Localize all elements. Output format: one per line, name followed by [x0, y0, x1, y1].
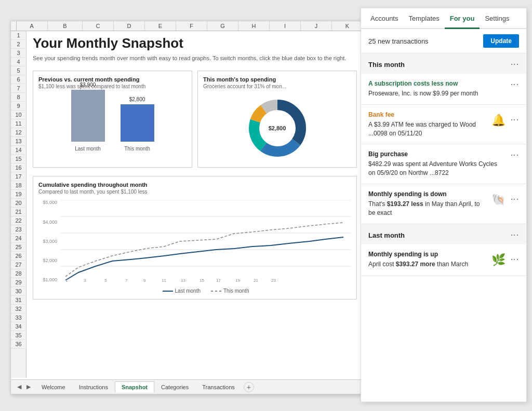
col-E: E — [145, 21, 176, 31]
notification-text: 25 new transactions — [368, 37, 429, 45]
tab-nav-prev[interactable]: ◀ — [15, 382, 23, 391]
tab-navigation[interactable]: ◀ ▶ — [15, 382, 33, 391]
y-label-2000: $2,000 — [38, 258, 57, 263]
bar-this-value: $2,800 — [129, 97, 145, 102]
col-headers: A B C D E F G H I J K — [11, 21, 363, 31]
excel-container: A B C D E F G H I J K 1 2 3 4 5 6 7 8 9 … — [10, 21, 364, 394]
bar-last-month: $3,900 Last month — [71, 82, 105, 152]
this-month-title: This month — [368, 61, 405, 68]
svg-text:5: 5 — [104, 278, 107, 283]
card-spending-down-menu-icon[interactable]: ⋮ — [510, 195, 520, 204]
svg-text:1: 1 — [65, 278, 68, 283]
col-C: C — [83, 21, 114, 31]
card-spending-down-right: 🐚 ⋮ — [489, 190, 519, 209]
shell-icon: 🐚 — [489, 190, 508, 209]
legend-last-label: Last month — [175, 288, 201, 294]
tab-welcome[interactable]: Welcome — [35, 381, 72, 393]
card-bank-fee-desc: A $3.99 ATM fee was charged to Wood ...0… — [368, 120, 485, 138]
donut-chart-subtitle: Groceries account for 31% of mon... — [203, 84, 351, 89]
panel-nav: Accounts Templates For you Settings — [361, 8, 526, 29]
card-subscription-category: A subscription costs less now — [368, 80, 506, 87]
card-subscription-menu-icon[interactable]: ⋮ — [510, 80, 520, 90]
card-bank-fee-content: Bank fee A $3.99 ATM fee was charged to … — [368, 111, 485, 138]
card-bank-fee-category: Bank fee — [368, 111, 485, 118]
bar-chart-title: Previous vs. current month spending — [38, 76, 187, 83]
card-bank-fee-menu-icon[interactable]: ⋮ — [510, 116, 520, 125]
tab-templates[interactable]: Templates — [403, 8, 444, 29]
card-big-purchase-category: Big purchase — [368, 150, 506, 158]
row-numbers: 1 2 3 4 5 6 7 8 9 10 11 12 13 14 15 16 1… — [11, 31, 26, 378]
card-big-purchase: Big purchase $482.29 was spent at Advent… — [361, 144, 526, 184]
right-panel: Accounts Templates For you Settings 25 n… — [361, 8, 527, 402]
line-chart-svg-container: 1 3 5 7 9 11 13 15 17 19 21 23 — [60, 200, 351, 294]
svg-text:13: 13 — [181, 278, 185, 283]
card-spending-down-category: Monthly spending is down — [368, 190, 485, 198]
card-spending-up-desc: April cost $393.27 more than March — [368, 260, 485, 269]
col-D: D — [114, 21, 145, 31]
card-spending-down: Monthly spending is down That's $193.27 … — [361, 184, 526, 224]
cumulative-title: Cumulative spending throughout month — [38, 182, 351, 188]
add-tab-button[interactable]: + — [244, 382, 254, 392]
tab-instructions[interactable]: Instructions — [72, 381, 115, 393]
svg-text:21: 21 — [254, 278, 258, 283]
sheet-title: Your Monthly Snapshot — [33, 35, 357, 51]
charts-row: Previous vs. current month spending $1,1… — [33, 71, 357, 168]
svg-text:7: 7 — [125, 278, 128, 283]
bar-last-value: $3,900 — [80, 82, 96, 88]
card-bank-fee-right: 🔔 ⋮ — [489, 111, 519, 130]
cumulative-chart-area: $5,000 $4,000 $3,000 $2,000 $1,000 — [38, 200, 351, 294]
donut-chart-box: This month's top spending Groceries acco… — [197, 71, 357, 168]
donut-chart-title: This month's top spending — [203, 76, 351, 83]
col-H: H — [238, 21, 270, 31]
line-chart-svg: 1 3 5 7 9 11 13 15 17 19 21 23 — [60, 200, 351, 283]
card-spending-up-menu-icon[interactable]: ⋮ — [510, 255, 520, 265]
last-month-menu-icon[interactable]: ⋮ — [510, 230, 520, 240]
y-label-4000: $4,000 — [38, 220, 57, 225]
col-G: G — [207, 21, 238, 31]
col-A: A — [17, 21, 48, 31]
y-label-5000: $5,000 — [38, 200, 57, 205]
card-spending-up-category: Monthly spending is up — [368, 251, 485, 258]
leaf-icon: 🌿 — [489, 251, 508, 269]
bar-last-rect — [71, 90, 105, 142]
this-month-menu-icon[interactable]: ⋮ — [510, 60, 520, 70]
donut-container: $2,800 — [203, 94, 351, 162]
card-spending-up-right: 🌿 ⋮ — [489, 251, 519, 269]
card-spending-down-content: Monthly spending is down That's $193.27 … — [368, 190, 485, 217]
tab-categories[interactable]: Categories — [154, 381, 195, 393]
spreadsheet-main: Your Monthly Snapshot See your spending … — [26, 31, 363, 378]
card-big-purchase-menu-icon[interactable]: ⋮ — [510, 151, 520, 160]
tab-for-you[interactable]: For you — [445, 8, 480, 29]
this-month-header: This month ⋮ — [361, 53, 526, 74]
legend-last-line — [163, 291, 173, 292]
svg-text:9: 9 — [143, 278, 146, 283]
card-spending-up: Monthly spending is up April cost $393.2… — [361, 244, 526, 276]
tab-snapshot[interactable]: Snapshot — [115, 381, 154, 392]
col-K: K — [332, 21, 363, 31]
svg-text:3: 3 — [84, 278, 86, 283]
cumulative-chart-box: Cumulative spending throughout month Com… — [33, 176, 357, 299]
y-label-3000: $3,000 — [38, 239, 57, 244]
svg-text:15: 15 — [200, 278, 204, 283]
update-button[interactable]: Update — [483, 34, 519, 48]
col-F: F — [176, 21, 207, 31]
tab-accounts[interactable]: Accounts — [365, 8, 403, 29]
tab-transactions[interactable]: Transactions — [195, 381, 242, 393]
col-I: I — [270, 21, 301, 31]
tab-nav-next[interactable]: ▶ — [24, 382, 33, 391]
card-spending-up-content: Monthly spending is up April cost $393.2… — [368, 251, 485, 269]
legend-this-line — [211, 291, 221, 292]
cumulative-subtitle: Compared to last month, you spent $1,100… — [38, 189, 351, 195]
bar-this-month: $2,800 This month — [121, 97, 154, 152]
col-J: J — [301, 21, 332, 31]
bar-chart-subtitle: $1,100 less was spent compared to last m… — [38, 84, 187, 89]
tab-settings[interactable]: Settings — [480, 8, 514, 29]
col-B: B — [48, 21, 83, 31]
row-num-spacer — [11, 21, 17, 31]
svg-text:17: 17 — [216, 278, 221, 283]
last-month-header: Last month ⋮ — [361, 224, 526, 244]
donut-center-value: $2,800 — [269, 125, 286, 131]
card-big-purchase-desc: $482.29 was spent at Adventure Works Cyc… — [368, 160, 506, 177]
bell-icon: 🔔 — [489, 111, 508, 130]
legend-this-label: This month — [223, 288, 249, 294]
